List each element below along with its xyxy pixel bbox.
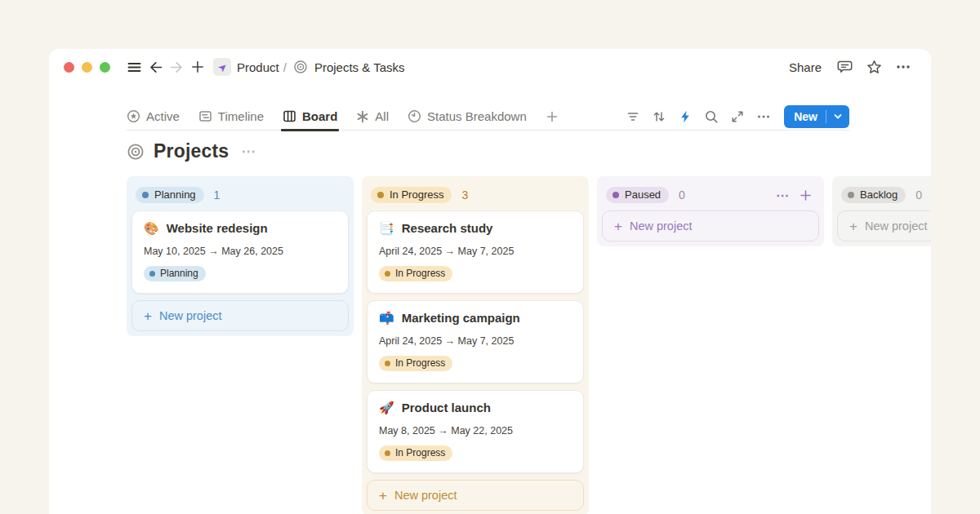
column-planning: Planning 1 🎨 Website redesign May 10, 20… — [127, 176, 354, 336]
card-title-row: 📑 Research study — [379, 221, 572, 235]
column-in-progress: In Progress 3 📑 Research study April 24,… — [362, 176, 589, 514]
tab-label: Active — [146, 109, 180, 123]
column-options-button[interactable]: ⋯ — [776, 188, 790, 203]
card-title-row: 🚀 Product launch — [379, 401, 572, 414]
card-title: Product launch — [402, 401, 491, 414]
card-status-row: In Progress — [379, 356, 572, 371]
project-card[interactable]: 📫 Marketing campaign April 24, 2025 → Ma… — [367, 300, 584, 383]
card-date-range: April 24, 2025 → May 7, 2025 — [379, 335, 572, 347]
minimize-window-button[interactable] — [82, 62, 92, 73]
new-project-label: New project — [394, 489, 457, 502]
column-add-button[interactable] — [800, 189, 812, 202]
favorite-button[interactable] — [862, 55, 885, 78]
ellipsis-icon — [895, 59, 911, 75]
tab-label: Timeline — [218, 109, 264, 123]
maximize-window-button[interactable] — [100, 62, 110, 73]
card-title-row: 📫 Marketing campaign — [379, 311, 572, 325]
new-dropdown-button[interactable] — [826, 105, 849, 128]
card-date-range: May 8, 2025 → May 22, 2025 — [379, 425, 572, 436]
status-dot — [385, 271, 390, 277]
status-badge[interactable]: Planning — [136, 187, 204, 203]
filter-icon — [626, 109, 640, 124]
expand-button[interactable] — [727, 106, 748, 127]
project-card[interactable]: 🚀 Product launch May 8, 2025 → May 22, 2… — [367, 390, 584, 473]
target-icon — [127, 143, 145, 161]
tab-all[interactable]: All — [356, 103, 389, 131]
column-count: 0 — [915, 188, 922, 202]
column-header: Planning 1 — [131, 181, 349, 210]
forward-button[interactable] — [166, 56, 187, 78]
target-icon — [293, 60, 308, 74]
tab-label: Status Breakdown — [427, 109, 527, 123]
tab-board[interactable]: Board — [283, 103, 337, 131]
automations-button[interactable] — [675, 106, 696, 127]
comments-button[interactable] — [833, 55, 856, 78]
status-badge[interactable]: Paused — [606, 187, 669, 203]
tab-timeline[interactable]: Timeline — [198, 103, 264, 131]
share-button[interactable]: Share — [784, 59, 826, 76]
tab-status-breakdown[interactable]: Status Breakdown — [408, 103, 527, 131]
project-card[interactable]: 📑 Research study April 24, 2025 → May 7,… — [367, 210, 584, 294]
view-tabs-bar: Active Timeline Board All Status Breakdo… — [127, 103, 849, 131]
status-label: Planning — [160, 268, 198, 279]
status-badge: Planning — [144, 266, 206, 281]
star-icon — [866, 59, 883, 76]
view-options-button[interactable] — [753, 106, 774, 127]
clock-icon — [408, 109, 421, 123]
titlebar-actions: Share — [784, 55, 915, 78]
tab-label: All — [375, 109, 389, 123]
expand-icon — [730, 109, 745, 124]
status-badge[interactable]: Backlog — [841, 187, 906, 203]
status-dot — [149, 271, 155, 277]
new-project-button[interactable]: + New project — [367, 480, 584, 511]
card-title: Marketing campaign — [402, 311, 520, 325]
search-icon — [704, 109, 719, 124]
chevron-down-icon — [833, 112, 843, 122]
tab-active[interactable]: Active — [127, 103, 180, 131]
project-card[interactable]: 🎨 Website redesign May 10, 2025 → May 26… — [131, 210, 349, 294]
card-date-range: April 24, 2025 → May 7, 2025 — [379, 246, 572, 257]
plus-icon — [546, 110, 559, 123]
arrow-left-icon — [148, 60, 163, 75]
tab-label: Board — [302, 109, 337, 123]
new-button[interactable]: New — [784, 105, 826, 128]
timeline-icon — [198, 109, 212, 123]
status-label: In Progress — [395, 447, 445, 459]
column-actions: ⋯ — [776, 188, 815, 203]
sidebar-toggle-button[interactable] — [123, 56, 145, 78]
status-label: Planning — [154, 188, 196, 201]
breadcrumb-workspace[interactable]: Product — [234, 60, 282, 74]
status-badge: In Progress — [379, 445, 452, 461]
titlebar: ➤ Product / Projects & Tasks Share — [49, 49, 931, 85]
status-badge[interactable]: In Progress — [371, 187, 452, 203]
plus-icon: + — [849, 219, 858, 233]
status-label: In Progress — [390, 188, 443, 201]
board-icon — [283, 109, 296, 123]
new-project-label: New project — [630, 219, 693, 233]
new-project-button[interactable]: + New project — [131, 300, 349, 331]
breadcrumb-page[interactable]: Projects & Tasks — [312, 60, 408, 74]
workspace-logo[interactable]: ➤ — [213, 58, 231, 76]
hamburger-icon — [127, 60, 142, 75]
window-controls — [64, 62, 110, 73]
new-project-button[interactable]: + New project — [837, 210, 931, 241]
column-backlog: Backlog 0 + New project — [832, 176, 931, 246]
plus-icon: + — [614, 219, 622, 233]
new-project-button[interactable]: + New project — [602, 210, 819, 241]
status-label: In Progress — [395, 268, 445, 279]
close-window-button[interactable] — [64, 62, 74, 73]
lightning-icon — [678, 109, 693, 124]
back-button[interactable] — [145, 56, 166, 78]
filter-button[interactable] — [622, 106, 644, 127]
sort-button[interactable] — [648, 106, 670, 127]
new-page-button[interactable] — [187, 56, 208, 78]
title-options-button[interactable]: ⋯ — [238, 143, 259, 160]
search-button[interactable] — [701, 106, 722, 127]
add-view-button[interactable] — [546, 103, 559, 131]
card-title-row: 🎨 Website redesign — [144, 221, 336, 235]
more-options-button[interactable] — [892, 55, 915, 78]
sort-icon — [652, 109, 666, 124]
column-header: Backlog 0 — [837, 181, 931, 210]
column-header: Paused 0 ⋯ — [602, 181, 819, 210]
workspace-logo-icon: ➤ — [215, 60, 229, 74]
